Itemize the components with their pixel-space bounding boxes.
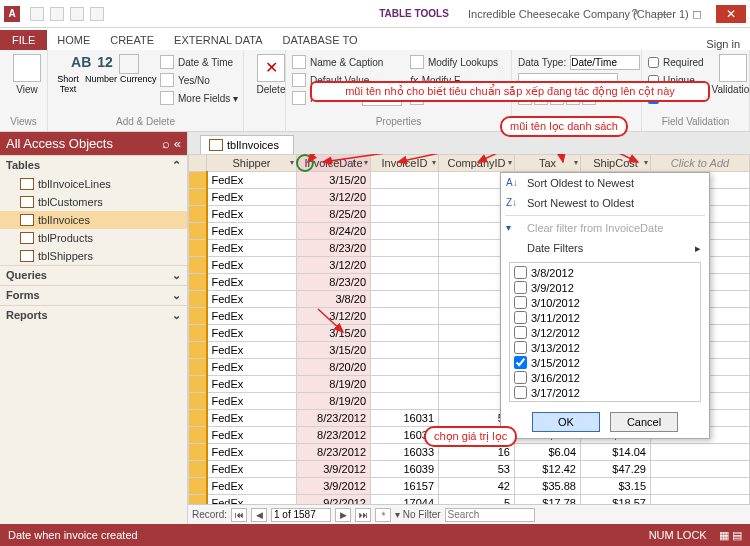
search-box[interactable] — [445, 508, 535, 522]
cell-shipper[interactable]: FedEx — [207, 495, 297, 505]
cell-invoicedate[interactable]: 3/15/20 — [297, 172, 371, 189]
cell-invoicedate[interactable]: 3/15/20 — [297, 342, 371, 359]
row-selector[interactable] — [189, 325, 207, 342]
table-row[interactable]: FedEx3/9/20121615742$35.88$3.15 — [189, 478, 750, 495]
cell-invoicedate[interactable]: 3/12/20 — [297, 189, 371, 206]
nav-section-forms[interactable]: Forms⌄ — [0, 285, 187, 305]
cell-invoicedate[interactable]: 8/23/2012 — [297, 410, 371, 427]
cell-companyid[interactable]: 42 — [439, 478, 515, 495]
cell-invoiceid[interactable] — [371, 342, 439, 359]
cell-shipper[interactable]: FedEx — [207, 223, 297, 240]
row-selector[interactable] — [189, 393, 207, 410]
cell-shipcost[interactable]: $47.29 — [581, 461, 651, 478]
cell-shipper[interactable]: FedEx — [207, 240, 297, 257]
nav-item-tblcustomers[interactable]: tblCustomers — [0, 193, 187, 211]
record-position[interactable] — [271, 508, 331, 522]
cell-invoiceid[interactable]: 16033 — [371, 444, 439, 461]
filter-checkbox[interactable] — [514, 401, 527, 402]
cell-invoiceid[interactable] — [371, 274, 439, 291]
cell-tax[interactable]: $35.88 — [515, 478, 581, 495]
cell-invoicedate[interactable]: 3/9/2012 — [297, 461, 371, 478]
row-selector[interactable] — [189, 308, 207, 325]
cell-companyid[interactable]: 5 — [439, 495, 515, 505]
nav-title[interactable]: All Access Objects ⌕ « — [0, 132, 187, 155]
cell-add[interactable] — [651, 461, 750, 478]
column-header-click-to-add[interactable]: Click to Add — [651, 155, 750, 172]
short-text-icon[interactable]: AB — [71, 54, 91, 74]
row-selector[interactable] — [189, 223, 207, 240]
qat-undo-icon[interactable] — [50, 7, 64, 21]
tab-database-tools[interactable]: DATABASE TO — [272, 30, 367, 50]
cell-shipper[interactable]: FedEx — [207, 376, 297, 393]
cell-invoicedate[interactable]: 3/9/2012 — [297, 478, 371, 495]
tab-external-data[interactable]: EXTERNAL DATA — [164, 30, 272, 50]
row-selector[interactable] — [189, 376, 207, 393]
cell-invoicedate[interactable]: 8/20/20 — [297, 359, 371, 376]
row-selector[interactable] — [189, 206, 207, 223]
date-time-button[interactable]: Date & Time — [160, 54, 238, 70]
table-row[interactable]: FedEx3/9/20121603953$12.42$47.29 — [189, 461, 750, 478]
filter-arrow-icon[interactable]: ▾ — [290, 158, 294, 167]
cell-add[interactable] — [651, 495, 750, 505]
cell-shipper[interactable]: FedEx — [207, 308, 297, 325]
nav-next-button[interactable]: ▶ — [335, 508, 351, 522]
number-icon[interactable]: 12 — [97, 54, 113, 74]
filter-checkbox[interactable] — [514, 311, 527, 324]
cell-tax[interactable]: $17.78 — [515, 495, 581, 505]
cell-tax[interactable]: $12.42 — [515, 461, 581, 478]
row-selector[interactable] — [189, 461, 207, 478]
nav-item-tblproducts[interactable]: tblProducts — [0, 229, 187, 247]
sign-in-link[interactable]: Sign in — [706, 38, 740, 50]
cell-shipper[interactable]: FedEx — [207, 444, 297, 461]
cell-shipper[interactable]: FedEx — [207, 189, 297, 206]
filter-value-item[interactable]: 3/13/2012 — [512, 340, 698, 355]
nav-new-button[interactable]: ＊ — [375, 508, 391, 522]
validation-button[interactable]: Validation — [712, 54, 750, 108]
cell-shipper[interactable]: FedEx — [207, 274, 297, 291]
select-all-corner[interactable] — [189, 155, 207, 172]
row-selector[interactable] — [189, 189, 207, 206]
cell-shipper[interactable]: FedEx — [207, 206, 297, 223]
filter-value-item[interactable]: 3/12/2012 — [512, 325, 698, 340]
cell-shipper[interactable]: FedEx — [207, 172, 297, 189]
cell-invoiceid[interactable] — [371, 223, 439, 240]
yes-no-button[interactable]: Yes/No — [160, 72, 238, 88]
nav-first-button[interactable]: ⏮ — [231, 508, 247, 522]
filter-checkbox[interactable] — [514, 281, 527, 294]
cell-shipper[interactable]: FedEx — [207, 461, 297, 478]
currency-icon[interactable] — [119, 54, 139, 74]
cell-invoicedate[interactable]: 8/23/20 — [297, 274, 371, 291]
column-header-invoicedate[interactable]: InvoiceDate↑▾ — [297, 155, 371, 172]
row-selector[interactable] — [189, 444, 207, 461]
cell-invoicedate[interactable]: 3/15/20 — [297, 325, 371, 342]
cell-shipper[interactable]: FedEx — [207, 393, 297, 410]
cell-invoiceid[interactable]: 17044 — [371, 495, 439, 505]
nav-item-tblinvoices[interactable]: tblInvoices — [0, 211, 187, 229]
nav-section-tables[interactable]: Tables⌃ — [0, 155, 187, 175]
qat-redo-icon[interactable] — [70, 7, 84, 21]
data-type-input[interactable] — [570, 55, 640, 70]
cell-invoicedate[interactable]: 8/23/2012 — [297, 427, 371, 444]
cell-invoiceid[interactable] — [371, 257, 439, 274]
cell-invoiceid[interactable]: 16031 — [371, 410, 439, 427]
cell-shipper[interactable]: FedEx — [207, 478, 297, 495]
column-header-tax[interactable]: Tax▾ — [515, 155, 581, 172]
filter-checkbox[interactable] — [514, 341, 527, 354]
cell-invoicedate[interactable]: 8/23/20 — [297, 240, 371, 257]
filter-value-item[interactable]: 3/18/2012 — [512, 400, 698, 402]
filter-value-item[interactable]: 3/17/2012 — [512, 385, 698, 400]
cell-shipper[interactable]: FedEx — [207, 257, 297, 274]
required-checkbox[interactable]: Required — [648, 54, 704, 70]
filter-arrow-icon[interactable]: ▾ — [432, 158, 436, 167]
filter-ok-button[interactable]: OK — [532, 412, 600, 432]
cell-companyid[interactable]: 53 — [439, 461, 515, 478]
object-tab[interactable]: tblInvoices — [200, 135, 294, 154]
restore-button[interactable]: ◻ — [682, 5, 712, 23]
cell-invoicedate[interactable]: 8/19/20 — [297, 393, 371, 410]
nav-item-tblinvoicelines[interactable]: tblInvoiceLines — [0, 175, 187, 193]
row-selector[interactable] — [189, 342, 207, 359]
row-selector[interactable] — [189, 359, 207, 376]
filter-value-item[interactable]: 3/8/2012 — [512, 265, 698, 280]
cell-add[interactable] — [651, 444, 750, 461]
column-header-invoiceid[interactable]: InvoiceID▾ — [371, 155, 439, 172]
